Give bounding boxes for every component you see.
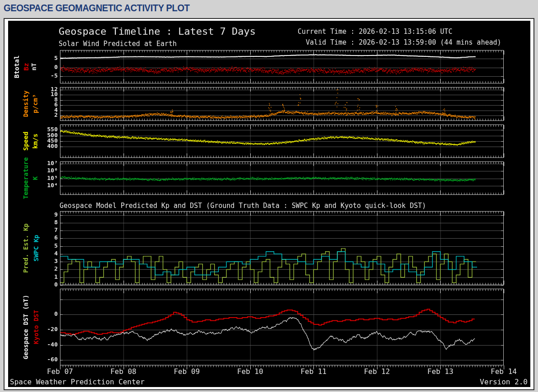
y-tick-label: 10⁵	[8, 175, 58, 181]
y-tick-label: 5	[8, 242, 58, 249]
y-tick-label: 10⁷	[8, 160, 58, 166]
y-tick-label: 0	[8, 281, 58, 288]
x-tick-label: Feb 11	[293, 367, 334, 376]
valid-time-text: Valid Time : 2026-02-13 13:59:00 (44 min…	[298, 38, 501, 46]
current-time-text: Current Time : 2026-02-13 13:15:06 UTC	[298, 28, 452, 36]
y-tick-label: 10⁴	[8, 182, 58, 189]
y-tick-label: 2	[8, 265, 58, 272]
plot-subtitle: Solar Wind Predicted at Earth	[59, 40, 177, 48]
footer-source: Space Weather Prediction Center	[10, 378, 145, 386]
x-tick-label: Feb 10	[230, 367, 271, 376]
y-tick-label: 10⁶	[8, 167, 58, 174]
y-tick-label: 6	[8, 234, 58, 241]
page-title: GEOSPACE GEOMAGNETIC ACTIVITY PLOT	[4, 2, 189, 14]
y-tick-label: 4	[8, 250, 58, 257]
y-tick-label: 1	[8, 273, 58, 280]
y-tick-label: -5	[8, 72, 58, 79]
plot-frame: Geospace Timeline : Latest 7 Days Solar …	[4, 18, 534, 390]
mid-title: Geospace Model Predicted Kp and DST (Gro…	[60, 202, 426, 210]
page: GEOSPACE GEOMAGNETIC ACTIVITY PLOT Geosp…	[0, 0, 538, 392]
x-tick-label: Feb 12	[357, 367, 397, 376]
y-tick-label: 9	[8, 211, 58, 218]
y-tick-label: 0	[8, 64, 58, 70]
footer-version: Version 2.0	[480, 378, 528, 386]
x-tick-label: Feb 08	[103, 367, 144, 376]
plot-title: Geospace Timeline : Latest 7 Days	[59, 26, 256, 37]
y-tick-label: 7	[8, 226, 58, 233]
y-tick-label: 5	[8, 55, 58, 61]
geospace-plot: Geospace Timeline : Latest 7 Days Solar …	[8, 21, 530, 387]
y-tick-label: 0	[8, 310, 58, 317]
x-tick-label: Feb 09	[166, 367, 207, 376]
x-tick-label: Feb 13	[420, 367, 460, 376]
y-tick-label: 3	[8, 258, 58, 264]
y-tick-label: 400	[8, 143, 58, 149]
x-tick-label: Feb 07	[40, 367, 80, 376]
y-tick-label: -60	[8, 356, 58, 363]
y-tick-label: 8	[8, 219, 58, 226]
y-tick-label: -40	[8, 341, 58, 348]
y-tick-label: -20	[8, 326, 58, 332]
x-tick-label: Feb 14	[483, 367, 524, 376]
y-tick-label: 2	[8, 111, 58, 118]
